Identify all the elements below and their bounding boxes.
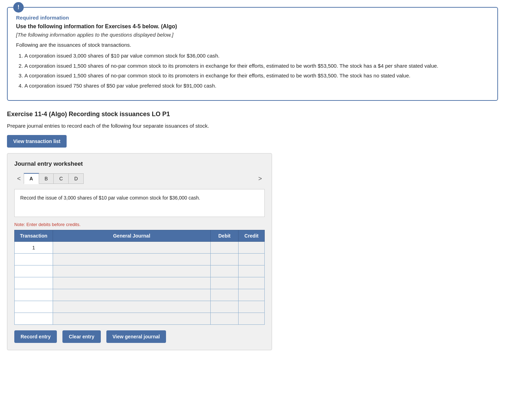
credit-cell[interactable] bbox=[239, 289, 265, 301]
debit-cell[interactable] bbox=[211, 289, 239, 301]
credit-input[interactable] bbox=[239, 242, 264, 253]
credit-input[interactable] bbox=[239, 265, 264, 277]
credit-cell[interactable] bbox=[239, 242, 265, 254]
tabs-row: < A B C D > bbox=[14, 173, 265, 184]
worksheet-title: Journal entry worksheet bbox=[14, 160, 265, 167]
transaction-cell bbox=[15, 254, 53, 265]
tab-a[interactable]: A bbox=[24, 173, 39, 184]
credit-input[interactable] bbox=[239, 254, 264, 265]
note-text: Note: Enter debits before credits. bbox=[14, 222, 265, 227]
exercise-description: Prepare journal entries to record each o… bbox=[7, 123, 498, 129]
debit-cell[interactable] bbox=[211, 265, 239, 277]
th-credit: Credit bbox=[239, 230, 265, 242]
transaction-cell: 1 bbox=[15, 242, 53, 254]
transaction-cell bbox=[15, 277, 53, 289]
list-item: A corporation issued 750 shares of $50 p… bbox=[24, 82, 489, 90]
general-journal-input[interactable] bbox=[53, 289, 210, 301]
general-journal-cell[interactable] bbox=[53, 277, 211, 289]
debit-input[interactable] bbox=[211, 242, 238, 253]
instruction-text: Record the issue of 3,000 shares of $10 … bbox=[20, 195, 200, 201]
general-journal-cell[interactable] bbox=[53, 289, 211, 301]
clear-entry-button[interactable]: Clear entry bbox=[62, 330, 100, 343]
stock-items-list: A corporation issued 3,000 shares of $10… bbox=[16, 52, 489, 90]
exercise-title: Exercise 11-4 (Algo) Recording stock iss… bbox=[7, 111, 498, 118]
required-title: Required information bbox=[16, 15, 489, 21]
credit-cell[interactable] bbox=[239, 313, 265, 325]
list-item: A corporation issued 1,500 shares of no-… bbox=[24, 62, 489, 70]
general-journal-cell[interactable] bbox=[53, 254, 211, 265]
transaction-cell bbox=[15, 313, 53, 325]
list-item: A corporation issued 1,500 shares of no-… bbox=[24, 72, 489, 80]
debit-cell[interactable] bbox=[211, 242, 239, 254]
debit-input[interactable] bbox=[211, 254, 238, 265]
debit-input[interactable] bbox=[211, 277, 238, 289]
general-journal-cell[interactable] bbox=[53, 242, 211, 254]
subtitle: [The following information applies to th… bbox=[16, 32, 489, 38]
general-journal-input[interactable] bbox=[53, 254, 210, 265]
general-journal-input[interactable] bbox=[53, 277, 210, 289]
record-entry-button[interactable]: Record entry bbox=[14, 330, 57, 343]
debit-input[interactable] bbox=[211, 313, 238, 324]
list-item: A corporation issued 3,000 shares of $10… bbox=[24, 52, 489, 60]
th-debit: Debit bbox=[211, 230, 239, 242]
debit-cell[interactable] bbox=[211, 313, 239, 325]
th-general-journal: General Journal bbox=[53, 230, 211, 242]
tab-d[interactable]: D bbox=[69, 173, 84, 184]
general-journal-input[interactable] bbox=[53, 301, 210, 313]
credit-input[interactable] bbox=[239, 313, 264, 324]
bottom-buttons: Record entry Clear entry View general jo… bbox=[14, 325, 265, 350]
transaction-cell bbox=[15, 301, 53, 313]
view-general-journal-button[interactable]: View general journal bbox=[106, 330, 166, 343]
transaction-cell bbox=[15, 289, 53, 301]
tab-c[interactable]: C bbox=[54, 173, 69, 184]
tab-b[interactable]: B bbox=[39, 173, 54, 184]
credit-cell[interactable] bbox=[239, 277, 265, 289]
journal-entry-worksheet: Journal entry worksheet < A B C D > Reco… bbox=[7, 153, 272, 350]
credit-cell[interactable] bbox=[239, 265, 265, 277]
general-journal-input[interactable] bbox=[53, 242, 210, 253]
debit-cell[interactable] bbox=[211, 254, 239, 265]
credit-input[interactable] bbox=[239, 289, 264, 301]
debit-input[interactable] bbox=[211, 289, 238, 301]
debit-input[interactable] bbox=[211, 301, 238, 313]
credit-cell[interactable] bbox=[239, 254, 265, 265]
general-journal-input[interactable] bbox=[53, 313, 210, 324]
intro-text: Following are the issuances of stock tra… bbox=[16, 42, 489, 48]
th-transaction: Transaction bbox=[15, 230, 53, 242]
tab-left-arrow[interactable]: < bbox=[14, 174, 24, 184]
view-transaction-button[interactable]: View transaction list bbox=[7, 135, 67, 148]
general-journal-cell[interactable] bbox=[53, 301, 211, 313]
info-icon: ! bbox=[13, 2, 24, 13]
tab-right-arrow[interactable]: > bbox=[255, 174, 265, 184]
general-journal-input[interactable] bbox=[53, 265, 210, 277]
debit-input[interactable] bbox=[211, 265, 238, 277]
credit-input[interactable] bbox=[239, 301, 264, 313]
credit-input[interactable] bbox=[239, 277, 264, 289]
instruction-box: Record the issue of 3,000 shares of $10 … bbox=[14, 189, 265, 217]
general-journal-cell[interactable] bbox=[53, 313, 211, 325]
main-exercise-title: Use the following information for Exerci… bbox=[16, 23, 489, 30]
general-journal-cell[interactable] bbox=[53, 265, 211, 277]
journal-table: Transaction General Journal Debit Credit… bbox=[14, 230, 265, 325]
debit-cell[interactable] bbox=[211, 301, 239, 313]
transaction-cell bbox=[15, 265, 53, 277]
debit-cell[interactable] bbox=[211, 277, 239, 289]
info-box: ! Required information Use the following… bbox=[7, 7, 498, 101]
credit-cell[interactable] bbox=[239, 301, 265, 313]
